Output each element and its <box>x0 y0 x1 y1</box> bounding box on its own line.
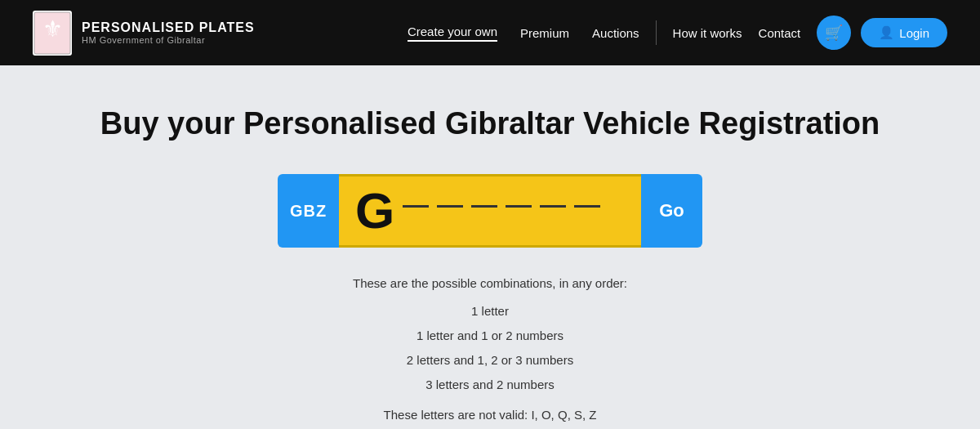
plate-underline-6 <box>574 205 600 208</box>
plate-underline-3 <box>471 205 497 208</box>
main-content: Buy your Personalised Gibraltar Vehicle … <box>0 65 980 429</box>
coat-of-arms-icon: ⚜ <box>33 11 72 56</box>
nav-link-create-your-own[interactable]: Create your own <box>408 25 497 42</box>
plate-gbz-label: GBZ <box>290 202 327 221</box>
nav-link-auctions[interactable]: Auctions <box>592 26 639 40</box>
cart-icon: 🛒 <box>825 24 843 42</box>
combinations-intro: These are the possible combinations, in … <box>353 272 627 294</box>
combination-1: 1 letter <box>353 299 627 324</box>
login-label: Login <box>899 26 929 40</box>
cart-button[interactable]: 🛒 <box>817 16 851 50</box>
nav-link-contact[interactable]: Contact <box>759 26 801 40</box>
nav-group-left: Create your own Premium Auctions <box>408 25 639 42</box>
go-label: Go <box>659 200 684 221</box>
svg-text:⚜: ⚜ <box>42 16 63 42</box>
nav-divider <box>656 20 657 45</box>
nav-link-how-it-works[interactable]: How it works <box>673 26 742 40</box>
combinations-list: 1 letter 1 letter and 1 or 2 numbers 2 l… <box>353 299 627 397</box>
nav-group-right: How it works Contact <box>673 26 801 40</box>
plate-underline-1 <box>403 205 429 208</box>
plate-main: G <box>339 174 641 248</box>
plate-left-badge: GBZ <box>278 174 339 248</box>
go-button[interactable]: Go <box>641 174 702 248</box>
brand-text: PERSONALISED PLATES HM Government of Gib… <box>82 20 255 45</box>
account-icon: 👤 <box>879 25 894 40</box>
plate-input-area <box>403 205 625 217</box>
brand-title: PERSONALISED PLATES <box>82 20 255 35</box>
plate-underline-4 <box>506 205 532 208</box>
combination-2: 1 letter and 1 or 2 numbers <box>353 324 627 348</box>
page-title: Buy your Personalised Gibraltar Vehicle … <box>100 106 880 141</box>
nav-links: Create your own Premium Auctions How it … <box>408 16 947 50</box>
info-section: These are the possible combinations, in … <box>353 272 627 426</box>
plate-prefix-letter: G <box>355 185 394 236</box>
nav-actions: 🛒 👤 Login <box>817 16 947 50</box>
combination-3: 2 letters and 1, 2 or 3 numbers <box>353 348 627 373</box>
plate-underline-2 <box>437 205 463 208</box>
login-button[interactable]: 👤 Login <box>861 18 947 47</box>
nav-link-premium[interactable]: Premium <box>520 26 569 40</box>
brand-logo-area[interactable]: ⚜ PERSONALISED PLATES HM Government of G… <box>33 11 255 56</box>
plate-container: GBZ G Go <box>278 174 702 248</box>
plate-underline-5 <box>540 205 566 208</box>
brand-subtitle: HM Government of Gibraltar <box>82 35 255 45</box>
combination-4: 3 letters and 2 numbers <box>353 373 627 397</box>
navbar: ⚜ PERSONALISED PLATES HM Government of G… <box>0 0 980 65</box>
invalid-letters-note: These letters are not valid: I, O, Q, S,… <box>353 404 627 426</box>
